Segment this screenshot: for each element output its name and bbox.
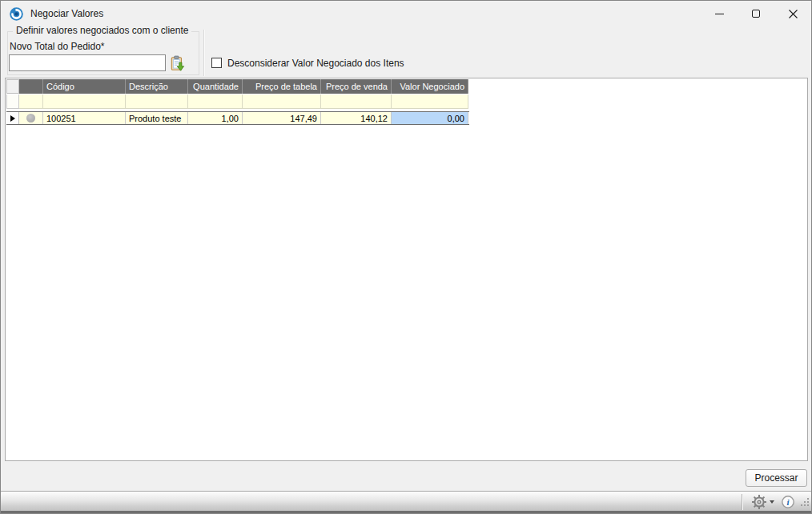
header-descricao[interactable]: Descrição <box>126 79 188 94</box>
resize-grip-icon[interactable] <box>800 496 810 510</box>
minimize-button[interactable] <box>701 1 738 26</box>
paste-value-icon <box>169 55 186 72</box>
header-valor-negociado[interactable]: Valor Negociado <box>392 79 468 94</box>
chevron-down-icon <box>770 500 774 504</box>
header-codigo[interactable]: Código <box>43 79 126 94</box>
cell-descricao[interactable]: Produto teste <box>126 112 188 124</box>
settings-menu-button[interactable] <box>750 494 776 510</box>
window-title: Negociar Valores <box>30 1 103 26</box>
filter-cell-preco-de-venda[interactable] <box>321 94 392 109</box>
novo-total-input[interactable] <box>9 54 166 71</box>
filter-cell-valor-negociado[interactable] <box>392 94 468 109</box>
header-status-column[interactable] <box>19 79 43 94</box>
filter-cell-codigo[interactable] <box>43 94 126 109</box>
header-quantidade[interactable]: Quantidade <box>188 79 243 94</box>
processar-button[interactable]: Processar <box>746 469 807 487</box>
cell-preco-de-venda[interactable]: 140,12 <box>321 112 392 124</box>
apply-value-button[interactable] <box>169 55 186 72</box>
filter-row-selector <box>6 94 19 109</box>
filter-cell-status[interactable] <box>19 94 43 109</box>
filter-cell-preco-de-tabela[interactable] <box>243 94 321 109</box>
window-bottom-border <box>1 511 811 513</box>
filter-cell-quantidade[interactable] <box>188 94 243 109</box>
close-button[interactable] <box>774 1 811 26</box>
header-preco-de-venda[interactable]: Preço de venda <box>321 79 392 94</box>
settings-gear-icon <box>751 494 767 510</box>
cell-valor-negociado[interactable]: 0,00 <box>392 112 468 124</box>
desconsiderar-checkbox[interactable] <box>211 58 222 68</box>
minimize-icon <box>715 14 724 14</box>
app-logo-icon <box>9 6 24 22</box>
row-selector[interactable] <box>6 112 19 124</box>
desconsiderar-checkbox-label: Desconsiderar Valor Negociado dos Itens <box>227 58 404 69</box>
maximize-icon <box>752 10 760 18</box>
cell-codigo[interactable]: 100251 <box>43 112 126 124</box>
statusbar-separator <box>742 494 743 510</box>
grid-filter-row <box>6 94 469 109</box>
statusbar: i <box>1 491 811 512</box>
grid-header-row: Código Descrição Quantidade Preço de tab… <box>6 79 469 94</box>
negociar-valores-window: Negociar Valores Definir valores negocia… <box>0 0 812 514</box>
titlebar: Negociar Valores <box>1 1 811 26</box>
current-row-pointer-icon <box>10 115 15 122</box>
maximize-button[interactable] <box>738 1 774 26</box>
window-controls <box>701 1 811 26</box>
cell-status[interactable] <box>19 112 43 124</box>
grid-area: Código Descrição Quantidade Preço de tab… <box>5 78 808 461</box>
close-icon <box>788 9 798 19</box>
novo-total-label: Novo Total do Pedido* <box>10 41 105 52</box>
info-button[interactable]: i <box>779 495 797 509</box>
table-row: 100251 Produto teste 1,00 147,49 140,12 … <box>6 111 469 125</box>
items-grid: Código Descrição Quantidade Preço de tab… <box>6 79 469 125</box>
info-icon: i <box>781 495 795 509</box>
gray-dot-icon <box>26 114 35 122</box>
cell-quantidade[interactable]: 1,00 <box>188 112 243 124</box>
groupbox-title: Definir valores negociados com o cliente <box>13 25 191 36</box>
header-preco-de-tabela[interactable]: Preço de tabela <box>243 79 321 94</box>
panel-divider <box>203 30 205 76</box>
filter-cell-descricao[interactable] <box>126 94 188 109</box>
cell-preco-de-tabela[interactable]: 147,49 <box>243 112 321 124</box>
header-row-selector <box>6 79 19 94</box>
